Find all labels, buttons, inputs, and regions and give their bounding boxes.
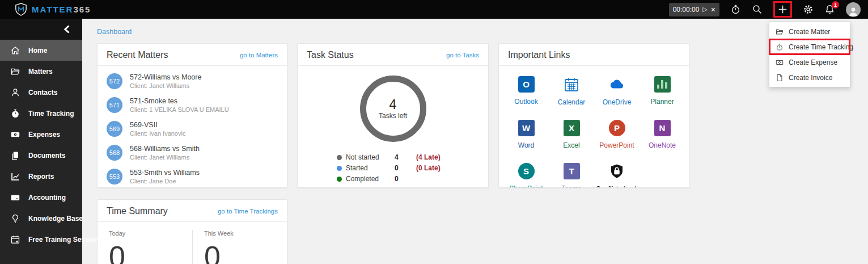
matter-row[interactable]: 571 571-Smoke tes Client: 1 VELIKA SLOVA… bbox=[98, 93, 287, 117]
time-summary-this-week: This Week 0 bbox=[192, 230, 287, 264]
link-outlook[interactable]: O Outlook bbox=[503, 76, 549, 106]
document-icon bbox=[776, 74, 784, 82]
timer-value: 00:00:00 bbox=[673, 6, 700, 14]
create-dropdown-menu: Create Matter Create Time Tracking Creat… bbox=[769, 22, 850, 87]
matter-number-badge: 553 bbox=[107, 169, 122, 185]
plus-create-button[interactable] bbox=[777, 3, 789, 15]
top-header-bar: MATTER365 00:00:00 ▷ × 1 bbox=[0, 0, 868, 19]
sidebar-item-knowledge-base[interactable]: Knowledge Base bbox=[0, 208, 82, 229]
person-icon bbox=[10, 87, 20, 98]
not-started-dot bbox=[337, 155, 342, 160]
sidebar-item-free-training-session[interactable]: Free Training Session bbox=[0, 229, 82, 250]
conflict-check-shield-icon bbox=[608, 163, 625, 180]
teams-icon: T bbox=[564, 163, 580, 179]
started-dot bbox=[337, 166, 342, 171]
user-avatar[interactable] bbox=[846, 2, 861, 17]
time-summary-card: Time Summary go to Time Trackings Today … bbox=[97, 199, 287, 264]
important-links-card: Important Links O Outlook Calendar OneDr… bbox=[498, 43, 690, 188]
matter-client: Client: Janet Williams bbox=[130, 154, 200, 161]
tasks-left-label: Tasks left bbox=[379, 112, 407, 120]
matter-client: Client: Ivan Ivanovic bbox=[130, 130, 185, 137]
card-icon bbox=[10, 192, 20, 203]
go-to-tasks-link[interactable]: go to Tasks bbox=[446, 52, 479, 58]
matter-row[interactable]: 568 568-Williams vs Smith Client: Janet … bbox=[98, 141, 287, 165]
tasks-legend: Not started 4 (4 Late) Started 0 (0 Late… bbox=[337, 153, 449, 183]
menu-item-create-matter[interactable]: Create Matter bbox=[769, 24, 850, 39]
onenote-icon: N bbox=[654, 120, 671, 136]
link-planner[interactable]: Planner bbox=[640, 76, 685, 106]
menu-item-create-expense[interactable]: Create Expense bbox=[769, 55, 850, 70]
excel-icon: X bbox=[564, 120, 580, 136]
matter-row[interactable]: 553 553-Smith vs Williams Client: Jane D… bbox=[98, 165, 287, 188]
this-week-hours-value: 0 bbox=[204, 241, 287, 264]
folder-icon bbox=[10, 66, 20, 77]
home-icon bbox=[10, 45, 20, 56]
link-excel[interactable]: X Excel bbox=[549, 120, 594, 149]
matter-number-badge: 571 bbox=[107, 97, 122, 113]
link-word[interactable]: W Word bbox=[503, 120, 549, 149]
task-status-title: Task Status bbox=[307, 50, 354, 60]
sidebar-item-matters[interactable]: Matters bbox=[0, 61, 82, 82]
breadcrumb-dashboard[interactable]: Dashboard bbox=[97, 28, 132, 36]
matter-client: Client: Jane Doe bbox=[130, 178, 200, 185]
link-onenote[interactable]: N OneNote bbox=[640, 120, 685, 149]
go-to-time-trackings-link[interactable]: go to Time Trackings bbox=[218, 208, 278, 215]
recent-matters-card: Recent Matters go to Matters 572 572-Wil… bbox=[97, 43, 287, 188]
time-summary-title: Time Summary bbox=[107, 206, 168, 216]
matter-number-badge: 569 bbox=[107, 121, 122, 137]
timer-close-button[interactable]: × bbox=[711, 6, 715, 14]
search-icon[interactable] bbox=[752, 4, 763, 15]
matter-row[interactable]: 572 572-Williams vs Moore Client: Janet … bbox=[98, 69, 287, 93]
matter-number-badge: 572 bbox=[107, 73, 122, 89]
recent-matters-title: Recent Matters bbox=[107, 50, 168, 60]
app-logo[interactable]: MATTER365 bbox=[0, 3, 91, 16]
sidebar-collapse-button[interactable] bbox=[0, 19, 82, 40]
matter-name: 571-Smoke tes bbox=[130, 97, 229, 105]
important-links-title: Important Links bbox=[508, 50, 570, 60]
sidebar-item-time-tracking[interactable]: Time Tracking bbox=[0, 103, 82, 124]
chart-icon bbox=[10, 171, 20, 182]
stopwatch-icon[interactable] bbox=[730, 4, 741, 15]
completed-dot bbox=[337, 177, 342, 182]
matter-row[interactable]: 569 569-VSII Client: Ivan Ivanovic bbox=[98, 117, 287, 141]
matter-name: 572-Williams vs Moore bbox=[130, 73, 201, 81]
time-summary-today: Today 0 bbox=[98, 230, 192, 264]
sidebar-item-home[interactable]: Home bbox=[0, 40, 82, 61]
matter-number-badge: 568 bbox=[107, 145, 122, 161]
timer-display: 00:00:00 ▷ × bbox=[669, 3, 719, 16]
menu-item-create-invoice[interactable]: Create Invoice bbox=[769, 70, 850, 85]
timer-play-button[interactable]: ▷ bbox=[702, 6, 707, 13]
matter-client: Client: 1 VELIKA SLOVA U EMAILU bbox=[130, 106, 229, 113]
task-status-card: Task Status go to Tasks 4 Tasks left Not… bbox=[297, 43, 489, 188]
sidebar-item-expenses[interactable]: Expenses bbox=[0, 124, 82, 145]
link-conflict-check[interactable]: Conflict check bbox=[594, 163, 640, 188]
sharepoint-icon: S bbox=[518, 163, 535, 179]
create-button-highlight-box bbox=[773, 1, 792, 18]
shield-logo-icon bbox=[15, 3, 27, 16]
settings-gear-icon[interactable] bbox=[803, 4, 814, 15]
link-teams[interactable]: T Teams bbox=[549, 163, 594, 188]
menu-item-create-time-tracking[interactable]: Create Time Tracking bbox=[769, 39, 850, 55]
go-to-matters-link[interactable]: go to Matters bbox=[240, 52, 278, 58]
link-calendar[interactable]: Calendar bbox=[549, 76, 594, 106]
sidebar-item-reports[interactable]: Reports bbox=[0, 166, 82, 187]
matter-name: 553-Smith vs Williams bbox=[130, 169, 200, 177]
onedrive-cloud-icon bbox=[608, 76, 625, 93]
lightbulb-icon bbox=[10, 213, 20, 224]
sidebar-item-accounting[interactable]: Accounting bbox=[0, 187, 82, 208]
link-sharepoint[interactable]: S SharePoint bbox=[503, 163, 549, 188]
banknote-icon bbox=[776, 58, 784, 66]
today-hours-value: 0 bbox=[109, 241, 192, 264]
tasks-donut-chart: 4 Tasks left bbox=[360, 76, 426, 142]
stopwatch-icon bbox=[776, 43, 784, 51]
matter-name: 569-VSII bbox=[130, 121, 185, 129]
sidebar-item-documents[interactable]: Documents bbox=[0, 145, 82, 166]
link-powerpoint[interactable]: P PowerPoint bbox=[594, 120, 640, 149]
notification-count-badge: 1 bbox=[832, 1, 839, 9]
sidebar-item-contacts[interactable]: Contacts bbox=[0, 82, 82, 103]
calendar-icon bbox=[563, 76, 580, 93]
stopwatch-icon bbox=[10, 108, 20, 119]
link-onedrive[interactable]: OneDrive bbox=[594, 76, 640, 106]
tasks-left-count: 4 bbox=[389, 98, 397, 112]
documents-icon bbox=[10, 150, 20, 161]
